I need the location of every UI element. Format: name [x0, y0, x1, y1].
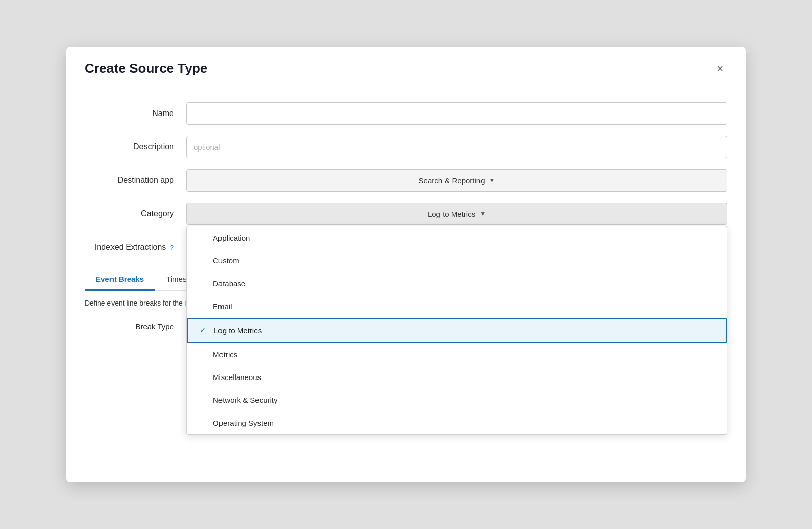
dropdown-item-operating-system-label: Operating System	[213, 419, 274, 427]
destination-app-label: Destination app	[85, 176, 186, 185]
modal-body: Name Description Destination app Search …	[66, 86, 746, 335]
dropdown-item-database-label: Database	[213, 279, 245, 288]
description-input[interactable]	[186, 136, 727, 158]
create-source-type-modal: Create Source Type × Name Description De…	[66, 47, 746, 482]
dropdown-item-application-label: Application	[213, 234, 250, 242]
description-row: Description	[85, 136, 727, 158]
dropdown-item-custom[interactable]: Custom	[187, 249, 727, 272]
dropdown-item-operating-system[interactable]: Operating System	[187, 411, 727, 434]
modal-title: Create Source Type	[85, 61, 207, 77]
category-row: Category Log to Metrics ▼ Application Cu…	[85, 203, 727, 225]
category-dropdown-container: Log to Metrics ▼ Application Custom	[186, 203, 727, 225]
close-button[interactable]: ×	[713, 61, 727, 77]
dropdown-item-metrics[interactable]: Metrics	[187, 343, 727, 366]
destination-app-dropdown[interactable]: Search & Reporting ▼	[186, 169, 727, 192]
dropdown-item-database[interactable]: Database	[187, 272, 727, 295]
dropdown-item-custom-label: Custom	[213, 256, 239, 265]
break-type-label: Break Type	[85, 322, 186, 331]
name-row: Name	[85, 102, 727, 125]
destination-app-caret: ▼	[489, 177, 495, 184]
destination-app-row: Destination app Search & Reporting ▼	[85, 169, 727, 192]
category-value: Log to Metrics	[428, 210, 475, 218]
dropdown-item-log-to-metrics[interactable]: ✓ Log to Metrics	[187, 318, 727, 343]
dropdown-item-log-to-metrics-label: Log to Metrics	[214, 326, 262, 335]
category-caret: ▼	[479, 210, 486, 217]
dropdown-item-application[interactable]: Application	[187, 226, 727, 249]
name-label: Name	[85, 109, 186, 118]
indexed-extractions-label: Indexed Extractions ?	[85, 243, 186, 252]
dropdown-item-network-security[interactable]: Network & Security	[187, 389, 727, 411]
dropdown-item-email[interactable]: Email	[187, 295, 727, 318]
dropdown-item-metrics-label: Metrics	[213, 350, 237, 359]
indexed-extractions-help-icon[interactable]: ?	[170, 244, 174, 251]
description-label: Description	[85, 142, 186, 152]
category-dropdown[interactable]: Log to Metrics ▼	[186, 203, 727, 225]
dropdown-item-network-security-label: Network & Security	[213, 396, 278, 404]
dropdown-item-email-label: Email	[213, 302, 232, 311]
check-icon-log-to-metrics: ✓	[200, 326, 209, 335]
dropdown-item-miscellaneous-label: Miscellaneous	[213, 373, 261, 382]
category-label: Category	[85, 209, 186, 218]
destination-app-value: Search & Reporting	[419, 176, 485, 185]
tab-event-breaks[interactable]: Event Breaks	[85, 270, 155, 291]
name-input[interactable]	[186, 102, 727, 125]
dropdown-item-miscellaneous[interactable]: Miscellaneous	[187, 366, 727, 389]
category-dropdown-menu: Application Custom Database Email	[186, 226, 727, 435]
modal-header: Create Source Type ×	[66, 47, 746, 86]
